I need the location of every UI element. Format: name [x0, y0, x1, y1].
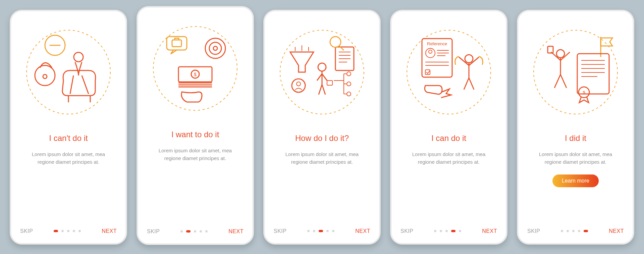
onboarding-screen-3: How do I do it? Lorem ipsum dolor sit am…	[263, 10, 381, 245]
reference-label: Reference	[427, 41, 447, 46]
nav-row: SKIP NEXT	[400, 228, 497, 234]
screen-title: I can do it	[400, 134, 497, 143]
screen-description: Lorem ipsum dolor sit amet, mea regione …	[274, 150, 370, 166]
screen-title: I did it	[527, 134, 624, 143]
svg-rect-11	[172, 40, 181, 47]
dot-3	[67, 230, 69, 232]
illustration-cant-do-it	[20, 23, 117, 121]
svg-line-28	[339, 46, 344, 50]
svg-point-3	[43, 74, 47, 79]
learn-more-button[interactable]: Learn more	[552, 174, 599, 187]
dot-5	[205, 230, 208, 233]
dot-2	[567, 230, 569, 232]
dot-5	[584, 230, 588, 232]
svg-point-13	[209, 42, 221, 54]
svg-line-6	[82, 75, 89, 94]
nav-row: SKIP NEXT	[147, 228, 244, 235]
dot-4	[73, 230, 75, 232]
svg-point-55	[534, 30, 618, 114]
screen-description: Lorem ipsum dolor sit amet, mea regione …	[400, 150, 497, 166]
illustration-how-do-it	[274, 23, 370, 121]
dot-5	[78, 230, 81, 232]
svg-point-4	[74, 52, 83, 62]
svg-rect-57	[548, 46, 553, 53]
skip-button[interactable]: SKIP	[400, 228, 413, 234]
svg-point-32	[318, 63, 326, 71]
dot-1	[54, 230, 58, 232]
illustration-want-to-do-it: $	[147, 20, 244, 117]
nav-row: SKIP NEXT	[274, 228, 370, 234]
next-button[interactable]: NEXT	[228, 228, 244, 235]
page-indicator	[434, 230, 461, 232]
page-indicator	[307, 230, 334, 232]
nav-row: SKIP NEXT	[20, 228, 117, 234]
dot-3	[445, 230, 448, 232]
screen-title: How do I do it?	[274, 134, 370, 143]
svg-text:$: $	[583, 90, 585, 95]
dot-2	[313, 230, 315, 232]
svg-point-56	[556, 50, 565, 58]
svg-point-37	[347, 82, 351, 86]
svg-text:$: $	[194, 72, 197, 77]
dot-4	[578, 230, 580, 232]
dot-1	[434, 230, 436, 232]
dot-2	[61, 230, 64, 232]
page-indicator	[561, 230, 588, 232]
next-button[interactable]: NEXT	[482, 228, 497, 234]
svg-point-44	[407, 30, 491, 114]
dot-4	[200, 230, 202, 233]
skip-button[interactable]: SKIP	[527, 228, 540, 234]
onboarding-screen-2: $ I want to do it Lorem ipsum dolor sit …	[137, 6, 254, 245]
svg-point-38	[347, 92, 351, 96]
onboarding-screen-5: $ I did it Lorem ipsum dolor sit amet, m…	[517, 10, 634, 245]
svg-point-14	[213, 46, 217, 50]
dot-5	[459, 230, 461, 232]
onboarding-screen-4: Reference I can do it Lorem ipsum dolor …	[390, 10, 507, 245]
screen-title: I can't do it	[20, 134, 117, 143]
next-button[interactable]: NEXT	[102, 228, 117, 234]
dot-4	[451, 230, 455, 232]
svg-point-43	[297, 82, 301, 86]
screen-title: I want to do it	[147, 130, 244, 139]
illustration-can-do-it: Reference	[400, 23, 497, 121]
dot-1	[180, 230, 183, 233]
dot-3	[572, 230, 575, 232]
skip-button[interactable]: SKIP	[274, 228, 286, 234]
dot-2	[186, 230, 191, 233]
next-button[interactable]: NEXT	[609, 228, 624, 234]
dot-3	[194, 230, 196, 233]
svg-rect-59	[577, 54, 609, 94]
dot-4	[326, 230, 329, 232]
svg-point-12	[205, 38, 225, 58]
svg-point-36	[347, 72, 351, 76]
svg-point-9	[153, 27, 237, 110]
svg-point-47	[429, 50, 432, 53]
dot-2	[440, 230, 442, 232]
dot-1	[307, 230, 310, 232]
screen-description: Lorem ipsum dolor sit amet, mea regione …	[20, 150, 117, 166]
page-indicator	[54, 230, 81, 232]
svg-point-54	[465, 55, 473, 63]
svg-rect-33	[327, 81, 332, 85]
screen-description: Lorem ipsum dolor sit amet, mea regione …	[147, 147, 244, 162]
nav-row: SKIP NEXT	[527, 228, 624, 234]
skip-button[interactable]: SKIP	[20, 228, 33, 234]
svg-line-5	[70, 75, 73, 94]
dot-1	[561, 230, 563, 232]
skip-button[interactable]: SKIP	[147, 228, 160, 235]
illustration-did-it: $	[527, 23, 624, 121]
screen-description: Lorem ipsum dolor sit amet, mea regione …	[527, 150, 624, 166]
dot-3	[319, 230, 323, 232]
dot-5	[332, 230, 334, 232]
page-indicator	[180, 230, 208, 233]
onboarding-screen-1: I can't do it Lorem ipsum dolor sit amet…	[10, 10, 127, 245]
next-button[interactable]: NEXT	[355, 228, 370, 234]
